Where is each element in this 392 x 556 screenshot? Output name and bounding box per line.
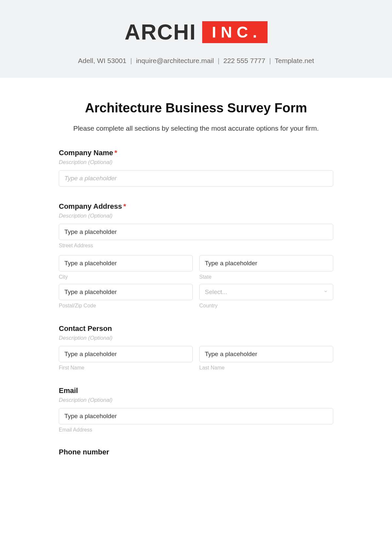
input-street-address[interactable]: [59, 224, 333, 240]
input-last-name[interactable]: [199, 346, 333, 362]
label-contact-person: Contact Person: [59, 324, 333, 333]
sublabel-state: State: [199, 274, 333, 280]
field-phone: Phone number: [59, 449, 333, 454]
separator: |: [269, 57, 271, 64]
select-country[interactable]: [199, 284, 333, 300]
input-city[interactable]: [59, 255, 193, 271]
logo-text-left: ARCHI: [125, 20, 196, 44]
field-company-name: Company Name* Description (Optional): [59, 149, 333, 187]
input-first-name[interactable]: [59, 346, 193, 362]
field-contact-person: Contact Person Description (Optional) Fi…: [59, 324, 333, 371]
input-email[interactable]: [59, 408, 333, 424]
separator: |: [218, 57, 219, 64]
label-company-name: Company Name*: [59, 149, 333, 157]
desc-company-address: Description (Optional): [59, 213, 333, 219]
field-company-address: Company Address* Description (Optional) …: [59, 202, 333, 309]
required-mark: *: [123, 202, 126, 210]
sublabel-postal: Postal/Zip Code: [59, 303, 193, 309]
input-company-name[interactable]: [59, 170, 333, 187]
input-postal[interactable]: [59, 284, 193, 300]
required-mark: *: [114, 149, 117, 157]
logo: ARCHI INC.: [125, 20, 268, 44]
form-subtitle: Please complete all sections by selectin…: [59, 124, 333, 132]
logo-badge-right: INC.: [202, 21, 268, 43]
form-content: Architecture Business Survey Form Please…: [46, 78, 346, 454]
field-email: Email Description (Optional) Email Addre…: [59, 386, 333, 433]
sublabel-city: City: [59, 274, 193, 280]
header: ARCHI INC. Adell, WI 53001 | inquire@arc…: [0, 0, 392, 78]
contact-phone: 222 555 7777: [223, 57, 265, 64]
sublabel-last-name: Last Name: [199, 365, 333, 371]
header-contact-line: Adell, WI 53001 | inquire@architecture.m…: [7, 57, 385, 65]
label-phone: Phone number: [59, 449, 333, 454]
input-state[interactable]: [199, 255, 333, 271]
desc-contact-person: Description (Optional): [59, 335, 333, 341]
label-email: Email: [59, 386, 333, 395]
desc-email: Description (Optional): [59, 397, 333, 403]
sublabel-street: Street Address: [59, 243, 333, 249]
desc-company-name: Description (Optional): [59, 159, 333, 166]
label-company-address: Company Address*: [59, 202, 333, 211]
form-title: Architecture Business Survey Form: [59, 101, 333, 115]
contact-site: Template.net: [275, 57, 314, 64]
contact-email: inquire@architecture.mail: [136, 57, 214, 64]
sublabel-first-name: First Name: [59, 365, 193, 371]
sublabel-country: Country: [199, 303, 333, 309]
separator: |: [130, 57, 132, 64]
sublabel-email: Email Address: [59, 427, 333, 433]
contact-location: Adell, WI 53001: [78, 57, 126, 64]
